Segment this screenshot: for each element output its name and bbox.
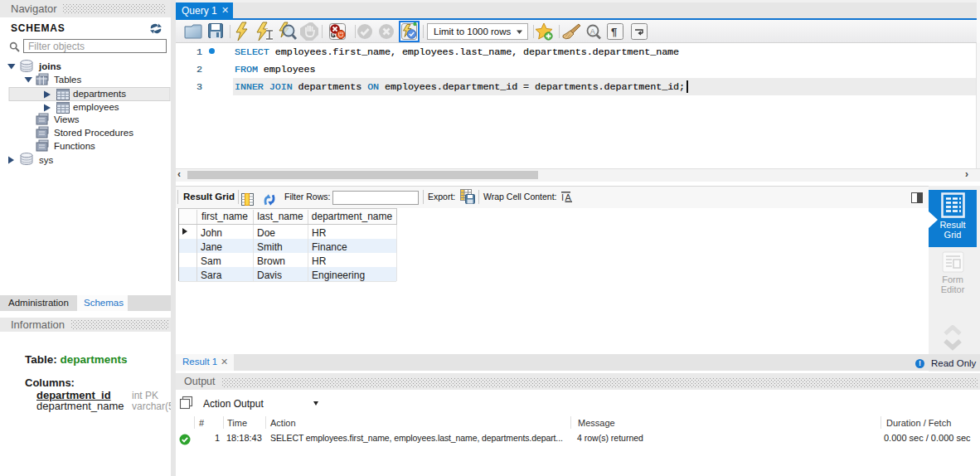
- svg-text:Result Grid: Result Grid: [183, 192, 235, 202]
- svg-text:¶: ¶: [611, 26, 617, 38]
- svg-text:A: A: [590, 27, 595, 36]
- svg-text:A: A: [565, 192, 572, 202]
- svg-text:Filter Rows:: Filter Rows:: [284, 192, 330, 202]
- svg-text:Wrap Cell Content:: Wrap Cell Content:: [483, 192, 557, 202]
- svg-text:Export:: Export:: [428, 192, 455, 202]
- svg-text:I: I: [561, 192, 564, 202]
- svg-text:Limit to 1000 rows: Limit to 1000 rows: [434, 27, 512, 36]
